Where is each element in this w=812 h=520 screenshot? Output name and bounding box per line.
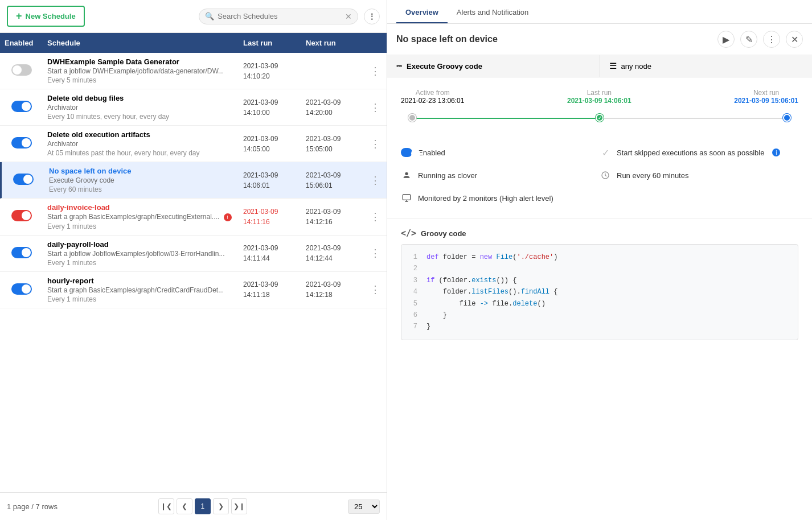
info-enabled: Enabled	[401, 141, 600, 164]
table-row[interactable]: daily-payroll-load Start a jobflow Jobfl…	[0, 236, 387, 272]
last-run-cell: 2021-03-0914:05:00	[239, 129, 301, 159]
user-icon	[401, 170, 412, 181]
help-icon: ⋮	[368, 12, 376, 21]
more-icon: ⋮	[767, 34, 776, 45]
schedule-sub: Start a graph BasicExamples/graph/Credit…	[47, 286, 234, 294]
last-page-button[interactable]: ❯❙	[231, 498, 247, 514]
next-page-button[interactable]: ❯	[213, 498, 229, 514]
close-button[interactable]: ✕	[786, 31, 803, 48]
code-line: 4 folder.listFiles().findAll {	[408, 286, 791, 298]
new-schedule-button[interactable]: + New Schedule	[7, 6, 85, 27]
code-line: 3 if (folder.exists()) {	[408, 275, 791, 286]
row-actions-button[interactable]: ⋮	[364, 60, 387, 82]
enabled-toggle[interactable]	[11, 247, 32, 258]
execution-bar: ⎓ Execute Groovy code ☰ any node	[387, 55, 812, 77]
row-actions-button[interactable]: ⋮	[364, 242, 387, 264]
schedule-cell: Delete old debug files Archivator Every …	[43, 89, 239, 125]
table-row[interactable]: No space left on device Execute Groovy c…	[0, 162, 387, 199]
svg-rect-2	[403, 195, 410, 200]
schedule-name: daily-payroll-load	[47, 240, 234, 249]
timeline-section: Active from 2021-02-23 13:06:01 Last run…	[387, 77, 812, 132]
last-run-marker: ✓	[596, 114, 604, 122]
table-row[interactable]: Delete old execution artifacts Archivato…	[0, 126, 387, 162]
next-run-cell: 2021-03-0914:12:16	[301, 202, 364, 232]
schedule-name: hourly-report	[47, 276, 234, 285]
green-pin: ✓	[596, 114, 604, 122]
detail-enabled-toggle[interactable]	[401, 148, 412, 157]
schedule-name: Delete old debug files	[47, 94, 234, 102]
exec-type-cell: ⎓ Execute Groovy code	[387, 55, 600, 77]
page-1-button[interactable]: 1	[195, 498, 211, 514]
enabled-toggle[interactable]	[11, 137, 32, 148]
enabled-toggle[interactable]	[11, 64, 32, 76]
detail-header: No space left on device ▶ ✎ ⋮ ✕	[387, 24, 812, 55]
table-row[interactable]: daily-invoice-load Start a graph BasicEx…	[0, 199, 387, 236]
next-run-marker	[783, 114, 791, 122]
close-icon: ✕	[791, 34, 798, 45]
search-input[interactable]	[218, 12, 343, 20]
per-page-select[interactable]: 25 50 100	[348, 500, 380, 514]
table-row[interactable]: DWHExample Sample Data Generator Start a…	[0, 53, 387, 89]
row-actions-button[interactable]: ⋮	[364, 170, 387, 191]
code-line: 5 file -> file.delete()	[408, 298, 791, 309]
schedule-table-body: DWHExample Sample Data Generator Start a…	[0, 53, 387, 492]
error-icon: !	[224, 213, 232, 221]
active-from-label: Active from 2021-02-23 13:06:01	[401, 89, 464, 105]
pagination-bar: 1 page / 7 rows ❙❮ ❮ 1 ❯ ❯❙ 25 50 100	[0, 492, 387, 520]
enabled-toggle[interactable]	[11, 210, 32, 221]
next-run-cell: 2021-03-0915:05:00	[301, 129, 364, 159]
enabled-cell	[2, 169, 44, 191]
tab-overview[interactable]: Overview	[396, 2, 448, 23]
enabled-cell	[0, 242, 43, 265]
col-actions	[364, 33, 387, 53]
play-button[interactable]: ▶	[717, 31, 735, 48]
last-run-cell: 2021-03-0914:11:18	[239, 275, 301, 304]
row-actions-button[interactable]: ⋮	[364, 97, 387, 118]
enabled-label: Enabled	[418, 148, 445, 157]
plus-icon: +	[16, 10, 22, 22]
code-line: 1 def folder = new File('./cache')	[408, 251, 791, 263]
enabled-toggle[interactable]	[13, 174, 34, 185]
first-page-button[interactable]: ❙❮	[158, 498, 174, 514]
last-run-cell: 2021-03-0914:10:20	[239, 56, 301, 86]
row-actions-button[interactable]: ⋮	[364, 133, 387, 155]
tab-alerts[interactable]: Alerts and Notification	[448, 2, 538, 23]
code-section: </> Groovy code 1 def folder = new File(…	[387, 219, 812, 349]
prev-page-button[interactable]: ❮	[177, 498, 192, 514]
exec-node-cell: ☰ any node	[600, 55, 813, 77]
detail-title: No space left on device	[396, 34, 717, 44]
search-box[interactable]: 🔍 ✕	[199, 9, 358, 24]
schedule-cell: DWHExample Sample Data Generator Start a…	[43, 53, 239, 89]
schedule-freq: Every 1 minutes	[47, 295, 234, 303]
active-from-marker	[408, 114, 416, 122]
skip-label: Start skipped executions as soon as poss…	[617, 148, 764, 157]
enabled-cell	[0, 96, 43, 118]
more-button[interactable]: ⋮	[763, 31, 780, 48]
schedule-name: DWHExample Sample Data Generator	[47, 57, 234, 66]
schedule-sub: Start a graph BasicExamples/graph/Execut…	[47, 213, 234, 221]
enabled-cell	[0, 279, 43, 301]
timeline-bar: ✓	[412, 109, 787, 126]
new-schedule-label: New Schedule	[26, 12, 76, 20]
enabled-toggle[interactable]	[11, 101, 32, 112]
exec-type-label: Execute Groovy code	[407, 62, 482, 71]
toggle-icon	[401, 147, 412, 158]
search-clear-button[interactable]: ✕	[345, 12, 352, 21]
next-run-cell: 2021-03-0914:20:00	[301, 93, 364, 122]
edit-button[interactable]: ✎	[740, 31, 757, 48]
table-row[interactable]: Delete old debug files Archivator Every …	[0, 89, 387, 126]
table-header: Enabled Schedule Last run Next run	[0, 33, 387, 53]
frequency-label: Run every 60 minutes	[617, 171, 688, 180]
row-actions-button[interactable]: ⋮	[364, 279, 387, 300]
row-actions-button[interactable]: ⋮	[364, 206, 387, 228]
info-skip: ✓ Start skipped executions as soon as po…	[600, 141, 798, 164]
help-button[interactable]: ⋮	[364, 9, 380, 24]
detail-content: ⎓ Execute Groovy code ☰ any node Active …	[387, 55, 812, 520]
enabled-toggle[interactable]	[11, 283, 32, 295]
list-icon: ☰	[609, 61, 617, 71]
enabled-cell	[0, 133, 43, 155]
exec-node-label: any node	[621, 62, 652, 71]
table-row[interactable]: hourly-report Start a graph BasicExample…	[0, 272, 387, 308]
schedule-cell: No space left on device Execute Groovy c…	[44, 162, 239, 198]
schedule-sub: Archivator	[47, 140, 234, 148]
